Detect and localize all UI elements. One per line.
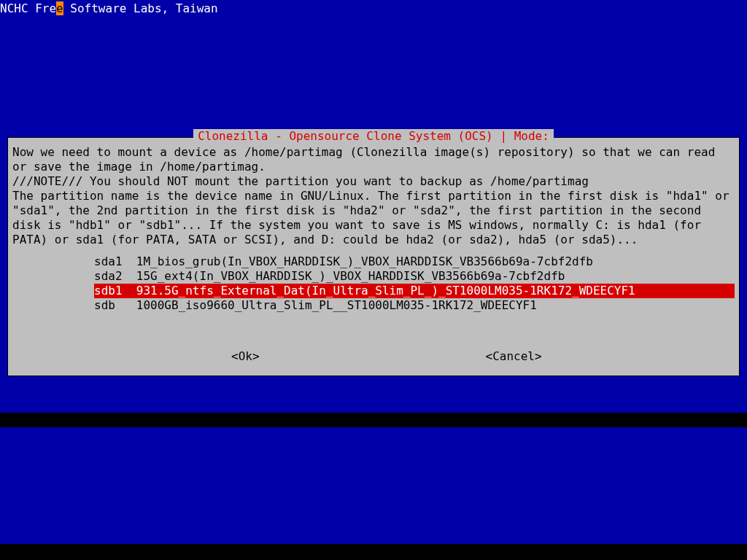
partition-option-sdb[interactable]: sdb 1000GB_iso9660_Ultra_Slim_PL__ST1000… xyxy=(94,298,735,313)
dialog-body: Now we need to mount a device as /home/p… xyxy=(12,144,735,247)
cancel-button[interactable]: <Cancel> xyxy=(486,349,542,364)
partition-option-sda2[interactable]: sda2 15G_ext4(In_VBOX_HARDDISK_)_VBOX_HA… xyxy=(94,269,735,284)
dialog-title: Clonezilla - Opensource Clone System (OC… xyxy=(193,129,554,144)
header-pre: NCHC Fre xyxy=(0,1,56,15)
partition-list[interactable]: sda1 1M_bios_grub(In_VBOX_HARDDISK_)_VBO… xyxy=(12,254,735,313)
ok-button[interactable]: <Ok> xyxy=(231,349,260,364)
mount-dialog: Clonezilla - Opensource Clone System (OC… xyxy=(7,137,740,376)
header-line: NCHC Free Software Labs, Taiwan xyxy=(0,1,218,16)
text-cursor: e xyxy=(56,1,63,15)
header-post: Software Labs, Taiwan xyxy=(63,1,218,15)
black-strip-lower xyxy=(0,544,747,560)
partition-option-sdb1[interactable]: sdb1 931.5G_ntfs_External_Dat(In_Ultra_S… xyxy=(94,284,735,298)
partition-option-sda1[interactable]: sda1 1M_bios_grub(In_VBOX_HARDDISK_)_VBO… xyxy=(94,254,735,269)
black-strip-upper xyxy=(0,413,747,427)
